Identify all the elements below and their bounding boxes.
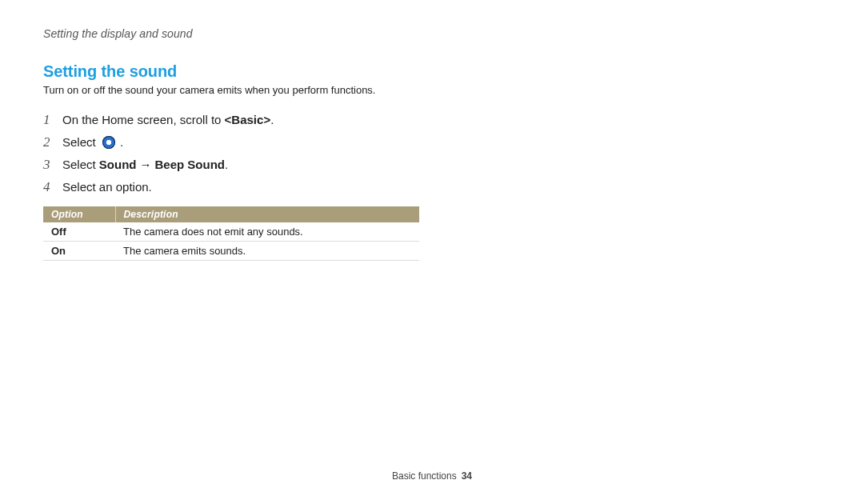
section-intro: Turn on or off the sound your camera emi… [43,84,475,96]
section-heading: Setting the sound [43,62,475,81]
steps-list: On the Home screen, scroll to <Basic>. S… [43,109,475,198]
arrow-icon: → [137,158,155,171]
step-2-pre: Select [62,135,99,149]
step-1-basic: <Basic> [225,113,271,126]
step-2-post: . [117,135,123,149]
step-1: On the Home screen, scroll to <Basic>. [43,109,475,131]
th-description: Description [115,206,419,222]
footer-page-number: 34 [462,470,472,482]
opt-desc: The camera does not emit any sounds. [115,222,419,242]
step-1-pre: On the Home screen, scroll to [62,113,225,126]
step-4: Select an option. [43,176,475,198]
step-3: Select Sound→Beep Sound. [43,154,475,176]
settings-icon [102,136,115,149]
opt-name: On [43,242,115,261]
page-footer: Basic functions34 [0,470,864,482]
breadcrumb: Setting the display and sound [43,27,475,40]
opt-name: Off [43,222,115,242]
step-2: Select . [43,131,475,154]
table-row: On The camera emits sounds. [43,242,419,261]
footer-section: Basic functions [392,470,457,482]
table-row: Off The camera does not emit any sounds. [43,222,419,242]
step-3-beep-sound: Beep Sound [155,158,226,171]
step-3-post: . [225,158,228,171]
step-3-sound: Sound [99,158,137,171]
step-1-post: . [270,113,274,126]
th-option: Option [43,206,115,222]
step-3-pre: Select [62,158,99,171]
opt-desc: The camera emits sounds. [115,242,419,261]
options-table: Option Description Off The camera does n… [43,206,419,261]
